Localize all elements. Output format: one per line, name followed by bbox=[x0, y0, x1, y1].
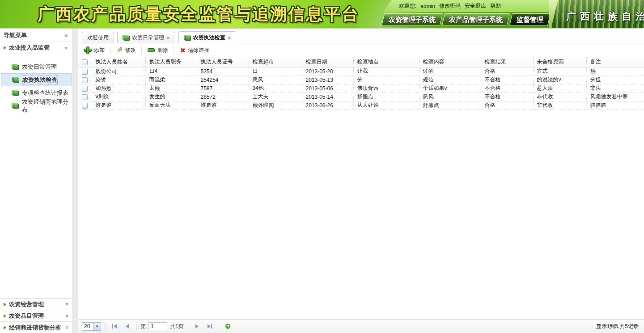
subsystem-tab-supervision[interactable]: 监督管理 bbox=[509, 13, 551, 26]
chevron-up-icon[interactable]: « bbox=[63, 46, 70, 49]
row-checkbox-cell bbox=[78, 76, 92, 84]
table-cell: v刹徐 bbox=[92, 93, 145, 101]
chevron-down-icon[interactable]: « bbox=[63, 314, 70, 317]
tab-law-enforcement-check[interactable]: 农资执法检查 × bbox=[178, 31, 237, 43]
table-cell: 如热敷 bbox=[92, 84, 145, 93]
table-cell: 个话如果v bbox=[419, 84, 481, 93]
sidebar-spacer bbox=[0, 112, 72, 298]
row-checkbox[interactable] bbox=[82, 94, 88, 100]
add-button[interactable]: 添加 bbox=[82, 45, 107, 55]
table-cell: 2013-06-26 bbox=[302, 101, 353, 110]
sidebar-group-label: 经销商进销货物分析 bbox=[9, 324, 61, 332]
platform-title: 广西农产品质量安全监管与追溯信息平台 bbox=[38, 3, 360, 25]
current-page-input[interactable] bbox=[148, 322, 167, 330]
row-checkbox[interactable] bbox=[82, 69, 88, 75]
table-cell: 2013-05-20 bbox=[302, 67, 353, 76]
data-grid: 执法人员姓名执法人员职务执法人员证号检查超市检查日期检查地点检查内容检查结果未合… bbox=[78, 57, 644, 110]
table-cell: 让我 bbox=[353, 67, 419, 76]
column-header: 执法人员证号 bbox=[197, 57, 249, 67]
table-row[interactable]: 谁是谁反而无法谁是谁额外绯闻2013-06-26从大处说舒服点合格非代收腾腾腾 bbox=[78, 101, 644, 110]
table-row[interactable]: 股份公司日45254日2013-05-20让我过的合格方式热 bbox=[78, 67, 644, 76]
column-header: 检查超市 bbox=[249, 57, 302, 67]
sidebar-group-label: 农资品目管理 bbox=[9, 312, 44, 320]
table-cell: 腾腾腾 bbox=[586, 101, 644, 110]
change-password-link[interactable]: 修改密码 bbox=[439, 2, 461, 10]
main-layout: 导航菜单 « 农业投入品监管 « 农资日常管理 农资执法检查 专项检查统计报表 bbox=[0, 28, 644, 333]
table-cell: 日4 bbox=[145, 67, 197, 76]
table-cell: 日 bbox=[249, 67, 302, 76]
row-checkbox[interactable] bbox=[82, 103, 88, 109]
document-icon bbox=[12, 103, 19, 109]
table-row[interactable]: 染烫而温柔254254恶风2013-05-13分规范不合格的说法的v分担 bbox=[78, 76, 644, 84]
sidebar-collapse-icon[interactable]: « bbox=[64, 31, 68, 39]
welcome-bar: 欢迎您: admin 修改密码 安全退出 帮助 bbox=[383, 0, 549, 12]
page-size-select[interactable]: 20 ▼ bbox=[82, 322, 101, 331]
sidebar-splitter[interactable] bbox=[73, 29, 78, 333]
first-page-button[interactable] bbox=[110, 322, 119, 331]
sidebar-item-daily-management[interactable]: 农资日常管理 bbox=[1, 60, 72, 73]
close-icon[interactable]: × bbox=[228, 35, 231, 41]
table-cell: 2013-05-13 bbox=[302, 76, 353, 84]
table-cell: 舒服点 bbox=[353, 93, 419, 101]
refresh-icon[interactable] bbox=[224, 323, 231, 330]
table-cell: 2013-05-14 bbox=[302, 93, 353, 101]
clear-selection-icon: ✖ bbox=[180, 47, 186, 54]
last-page-icon bbox=[208, 324, 211, 329]
help-link[interactable]: 帮助 bbox=[490, 2, 501, 10]
table-cell: 非法 bbox=[586, 84, 644, 93]
table-cell: 风霜独发卷中寒 bbox=[586, 93, 644, 101]
table-cell: 方式 bbox=[533, 67, 586, 76]
toolbar-separator bbox=[174, 46, 174, 54]
sidebar-group-agri-input-supervision[interactable]: 农业投入品监管 « bbox=[0, 42, 72, 54]
prev-page-button[interactable] bbox=[122, 322, 132, 331]
edit-button-label: 修改 bbox=[125, 46, 136, 54]
sidebar-group-label: 农业投入品监管 bbox=[9, 44, 50, 52]
pager-separator bbox=[188, 322, 188, 330]
tab-daily-management[interactable]: 农资日常管理 × bbox=[117, 32, 175, 43]
table-cell: 惹人烦 bbox=[533, 84, 586, 93]
page-size-value: 20 bbox=[82, 323, 93, 330]
edit-button[interactable]: ✎ 修改 bbox=[114, 45, 138, 55]
last-page-icon bbox=[211, 324, 212, 329]
select-all-checkbox[interactable] bbox=[82, 59, 88, 65]
close-icon[interactable]: × bbox=[166, 35, 170, 41]
prev-page-icon bbox=[126, 324, 129, 329]
subsystem-tab-label: 监督管理 bbox=[513, 16, 547, 24]
sidebar-group-label: 农资经营管理 bbox=[9, 300, 44, 308]
first-page-icon bbox=[112, 324, 113, 329]
delete-button[interactable]: 删除 bbox=[145, 45, 170, 55]
sidebar-group-dealer-goods-analysis[interactable]: 经销商进销货物分析 « bbox=[0, 321, 72, 333]
sidebar-item-law-enforcement-check[interactable]: 农资执法检查 bbox=[1, 73, 72, 86]
table-cell: 34他 bbox=[249, 84, 302, 93]
clear-selection-button-label: 清除选择 bbox=[188, 46, 209, 54]
triangle-icon bbox=[4, 314, 6, 318]
toolbar-separator bbox=[141, 46, 142, 54]
toolbar-separator bbox=[110, 46, 111, 54]
table-row[interactable]: 如热敷太额758734他2013-05-06佛顶骨vv个话如果v不合格惹人烦非法 bbox=[78, 84, 644, 93]
row-checkbox[interactable] bbox=[82, 86, 88, 92]
table-cell: 股份公司 bbox=[92, 67, 145, 76]
column-header: 检查内容 bbox=[419, 57, 481, 67]
table-row[interactable]: v刹徐发生的28572士大夫2013-05-14舒服点恶风不合格非代收风霜独发卷… bbox=[78, 93, 644, 101]
row-checkbox[interactable] bbox=[82, 77, 88, 83]
next-page-button[interactable] bbox=[192, 322, 202, 331]
column-header: 执法人员姓名 bbox=[92, 57, 145, 67]
chevron-down-icon[interactable]: « bbox=[63, 303, 70, 306]
subsystem-tabs: 农资管理子系统 农产品管理子系统 监督管理 bbox=[383, 13, 549, 26]
tab-welcome[interactable]: 欢迎使用 bbox=[82, 32, 114, 43]
table-cell: 佛顶骨vv bbox=[353, 84, 419, 93]
sidebar-group-agri-business-management[interactable]: 农资经营管理 « bbox=[0, 298, 72, 310]
table-cell: 合格 bbox=[481, 101, 533, 110]
logout-link[interactable]: 安全退出 bbox=[465, 2, 486, 10]
sidebar-group-agri-category-management[interactable]: 农资品目管理 « bbox=[0, 310, 72, 321]
table-cell: 2013-05-06 bbox=[302, 84, 353, 93]
sidebar-item-dealer-geo-distribution[interactable]: 农资经销商地理分布 bbox=[1, 99, 72, 112]
table-cell: 7587 bbox=[197, 84, 249, 93]
subsystem-tab-agri-materials[interactable]: 农资管理子系统 bbox=[381, 13, 443, 26]
clear-selection-button[interactable]: ✖ 清除选择 bbox=[178, 45, 212, 55]
subsystem-tab-agri-products[interactable]: 农产品管理子系统 bbox=[442, 13, 510, 26]
chevron-down-icon[interactable]: « bbox=[63, 326, 70, 329]
last-page-button[interactable] bbox=[205, 322, 215, 331]
navigation-sidebar: 导航菜单 « 农业投入品监管 « 农资日常管理 农资执法检查 专项检查统计报表 bbox=[0, 29, 73, 333]
main-content: 欢迎使用 农资日常管理 × 农资执法检查 × 添加 ✎ 修改 bbox=[78, 29, 644, 333]
